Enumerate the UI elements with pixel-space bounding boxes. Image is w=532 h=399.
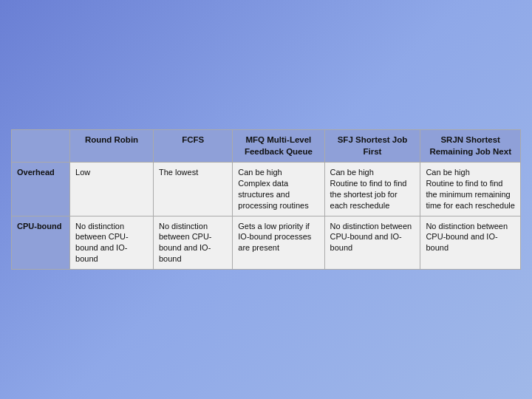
cell-overhead-mfq: Can be highComplex data structures and p… — [233, 163, 324, 216]
cell-cpubound-fcfs: No distinction between CPU-bound and IO-… — [154, 216, 233, 269]
header-mfq: MFQ Multi-Level Feedback Queue — [233, 130, 324, 163]
cell-overhead-rr: Low — [70, 163, 154, 216]
cell-cpubound-sfj: No distinction between CPU-bound and IO-… — [324, 216, 420, 269]
row-label-cpu-bound: CPU-bound — [12, 216, 70, 269]
cell-overhead-fcfs: The lowest — [154, 163, 233, 216]
header-srjn: SRJN Shortest Remaining Job Next — [420, 130, 521, 163]
table-row: Overhead Low The lowest Can be highCompl… — [12, 163, 521, 216]
cell-overhead-srjn: Can be highRoutine to find to find the m… — [420, 163, 521, 216]
row-label-overhead: Overhead — [12, 163, 70, 216]
cell-cpubound-srjn: No distinction between CPU-bound and IO-… — [420, 216, 521, 269]
comparison-table-wrapper: Round Robin FCFS MFQ Multi-Level Feedbac… — [11, 129, 521, 270]
cell-cpubound-mfq: Gets a low priority if IO-bound processe… — [233, 216, 324, 269]
cell-cpubound-rr: No distinction between CPU-bound and IO-… — [70, 216, 154, 269]
header-empty — [12, 130, 70, 163]
scheduling-comparison-table: Round Robin FCFS MFQ Multi-Level Feedbac… — [11, 129, 521, 270]
cell-overhead-sfj: Can be highRoutine to find to find the s… — [324, 163, 420, 216]
header-sfj: SFJ Shortest Job First — [324, 130, 420, 163]
header-fcfs: FCFS — [154, 130, 233, 163]
header-round-robin: Round Robin — [70, 130, 154, 163]
table-row: CPU-bound No distinction between CPU-bou… — [12, 216, 521, 269]
